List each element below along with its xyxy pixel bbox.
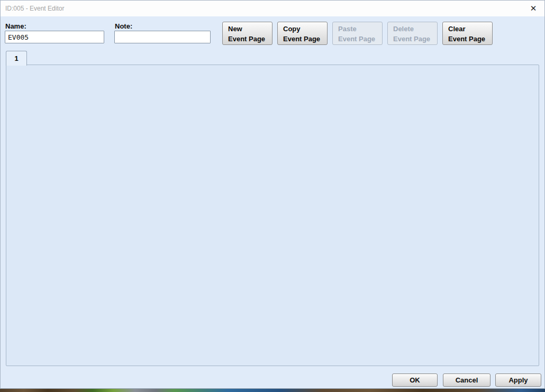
dialog-title: ID:005 - Event Editor xyxy=(5,5,64,12)
apply-button[interactable]: Apply xyxy=(495,373,541,387)
button-label: Copy xyxy=(283,25,301,33)
button-label: New xyxy=(228,25,242,33)
ok-button[interactable]: OK xyxy=(392,373,438,387)
close-icon[interactable]: ✕ xyxy=(528,3,539,14)
button-label: Event Page xyxy=(448,35,485,43)
button-label: Event Page xyxy=(283,35,320,43)
event-editor-dialog: ID:005 - Event Editor ✕ Name: Note: New … xyxy=(0,0,545,389)
button-label: Event Page xyxy=(338,35,375,43)
name-input[interactable] xyxy=(5,31,104,43)
button-label: Clear xyxy=(448,25,466,33)
button-label: OK xyxy=(410,376,420,384)
screen: ID:005 - Event Editor ✕ Name: Note: New … xyxy=(0,0,545,392)
delete-event-page-button: Delete Event Page xyxy=(387,22,438,45)
paste-event-page-button: Paste Event Page xyxy=(332,22,383,45)
tab-pane xyxy=(6,65,539,366)
cancel-button[interactable]: Cancel xyxy=(443,373,490,387)
dialog-titlebar[interactable]: ID:005 - Event Editor ✕ xyxy=(1,1,544,16)
button-label: Paste xyxy=(338,25,357,33)
note-input[interactable] xyxy=(114,31,211,43)
button-label: Apply xyxy=(508,376,528,384)
button-label: Cancel xyxy=(456,376,478,384)
tab-label: 1 xyxy=(14,54,18,62)
clear-event-page-button[interactable]: Clear Event Page xyxy=(442,22,493,45)
button-label: Event Page xyxy=(228,35,265,43)
button-label: Event Page xyxy=(393,35,430,43)
map-editor-background-strip xyxy=(0,388,545,392)
note-label: Note: xyxy=(115,22,132,30)
new-event-page-button[interactable]: New Event Page xyxy=(222,22,272,45)
button-label: Delete xyxy=(393,25,414,33)
name-label: Name: xyxy=(5,22,26,30)
tab-page-1[interactable]: 1 xyxy=(6,51,27,66)
copy-event-page-button[interactable]: Copy Event Page xyxy=(277,22,328,45)
